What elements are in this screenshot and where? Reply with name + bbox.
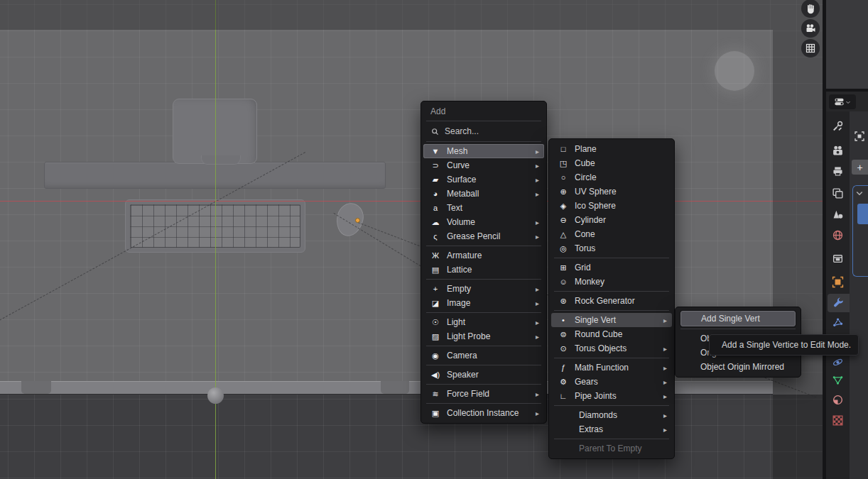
menu-item-uv-sphere[interactable]: ⊕ UV Sphere [551,185,672,199]
render-icon [832,145,844,157]
plane-icon: □ [556,145,570,153]
texture-icon [832,414,844,426]
text-icon: a [428,204,443,212]
menu-item-metaball[interactable]: ◕ Metaball ▸ [423,187,544,201]
pan-view-button[interactable] [801,0,820,18]
menu-item-ico-sphere[interactable]: ◈ Ico Sphere [551,199,672,213]
rock-generator-icon: ⊛ [556,297,570,306]
outliner-editor[interactable] [826,0,868,89]
force-field-icon: ≋ [428,390,443,399]
toggle-orthographic-button[interactable] [801,39,820,57]
monitor-stand-object[interactable] [201,155,241,165]
menu-item-grid[interactable]: ⊞ Grid [551,260,672,275]
menu-item-object-origin-mirrored[interactable]: Object Origin Mirrored [678,360,798,374]
image-icon: ◪ [428,299,443,308]
tab-scene[interactable] [828,204,848,223]
panel-blue-button[interactable] [857,204,868,224]
tab-texture[interactable] [828,411,848,429]
menu-item-round-cube[interactable]: ⊜ Round Cube [551,327,672,341]
menu-separator [426,279,541,280]
particles-icon [832,316,844,328]
tab-world[interactable] [828,226,848,244]
menu-item-mesh[interactable]: ▼ Mesh ▸ [423,144,544,158]
lamp-sphere-object[interactable] [715,51,754,91]
menu-item-monkey[interactable]: ☺ Monkey [551,275,672,289]
sphere-object[interactable] [207,387,224,404]
tab-view-layer[interactable] [828,184,848,202]
menu-item-light-probe[interactable]: ▨ Light Probe ▸ [423,329,544,343]
chevron-down-icon [845,99,851,105]
menu-separator [554,358,669,358]
submenu-arrow-icon: ▸ [536,176,539,184]
menu-item-grease-pencil[interactable]: ς Grease Pencil ▸ [423,229,544,243]
world-icon [832,229,844,241]
tab-object-data[interactable] [828,370,848,389]
menu-item-collection-instance[interactable]: ▣ Collection Instance ▸ [423,406,544,420]
mouse-object[interactable] [333,200,367,239]
submenu-arrow-icon: ▸ [536,148,539,155]
menu-item-empty[interactable]: + Empty ▸ [423,282,544,296]
tab-collection[interactable] [828,248,848,267]
menu-separator [426,121,541,121]
menu-item-cylinder[interactable]: ⊖ Cylinder [551,213,672,227]
menu-separator [554,439,669,439]
tab-output[interactable] [828,162,848,180]
tab-material[interactable] [828,390,848,409]
scene-icon [832,208,844,220]
menu-item-add-single-vert[interactable]: Add Single Vert [680,311,796,326]
menu-separator [554,405,669,406]
menu-item-lattice[interactable]: ▤ Lattice [423,263,544,277]
armature-icon: Ж [428,251,443,260]
menu-item-parent-to-empty: Parent To Empty [551,441,672,456]
menu-item-force-field[interactable]: ≋ Force Field ▸ [423,387,544,401]
ico-sphere-icon: ◈ [556,202,570,211]
panel-chevron-down-icon[interactable] [855,189,864,197]
menu-separator [554,310,669,311]
menu-item-math-function[interactable]: ƒ Math Function ▸ [551,360,672,375]
menu-item-rock-generator[interactable]: ⊛ Rock Generator [551,294,672,308]
menu-item-plane[interactable]: □ Plane [551,142,672,156]
tab-tool[interactable] [828,116,848,135]
camera-passepartout-right [773,0,823,479]
torus-objects-icon: ⊙ [556,344,570,353]
menu-item-armature[interactable]: Ж Armature [423,248,544,263]
grease-pencil-icon: ς [428,232,443,241]
cylinder-icon: ⊖ [556,216,570,225]
tool-icon [832,120,844,132]
menu-item-single-vert[interactable]: • Single Vert ▸ [551,313,672,327]
tab-modifiers[interactable] [828,294,850,312]
math-function-icon: ƒ [556,363,570,372]
desk-notch-left [21,381,51,394]
mesh-submenu: □ Plane ◳ Cube ○ Circle ⊕ UV Sphere ◈ Ic… [548,138,675,459]
tab-object[interactable] [828,272,848,291]
menu-item-light[interactable]: ☉ Light ▸ [423,315,544,329]
camera-view-button[interactable] [801,19,820,38]
menu-item-text[interactable]: a Text [423,201,544,215]
menu-item-cone[interactable]: △ Cone [551,227,672,241]
3d-viewport[interactable] [0,0,823,479]
object-origin-dot[interactable] [355,218,360,223]
gears-icon: ⚙ [556,378,570,387]
y-axis-line [215,0,216,479]
menu-item-gears[interactable]: ⚙ Gears ▸ [551,375,672,389]
tab-particles[interactable] [828,312,848,331]
menu-item-diamonds[interactable]: Diamonds ▸ [551,408,672,422]
menu-item-curve[interactable]: ⊃ Curve ▸ [423,158,544,172]
camera-view-icon [805,23,816,34]
menu-search[interactable]: Search... [423,123,544,139]
menu-item-volume[interactable]: ☁ Volume ▸ [423,215,544,229]
menu-item-pipe-joints[interactable]: ∟ Pipe Joints ▸ [551,389,672,403]
menu-item-speaker[interactable]: ◀) Speaker [423,368,544,382]
menu-item-cube[interactable]: ◳ Cube [551,156,672,170]
frame-icon[interactable] [854,131,865,145]
menu-item-surface[interactable]: ▰ Surface ▸ [423,172,544,187]
tab-render[interactable] [828,141,848,160]
menu-item-camera[interactable]: ◉ Camera [423,348,544,363]
editor-type-selector[interactable] [829,94,856,109]
menu-item-circle[interactable]: ○ Circle [551,170,672,185]
menu-item-torus[interactable]: ◎ Torus [551,241,672,255]
menu-item-image[interactable]: ◪ Image ▸ [423,296,544,310]
menu-item-extras[interactable]: Extras ▸ [551,422,672,436]
menu-item-torus-objects[interactable]: ⊙ Torus Objects ▸ [551,341,672,356]
add-button[interactable]: + [852,160,868,175]
